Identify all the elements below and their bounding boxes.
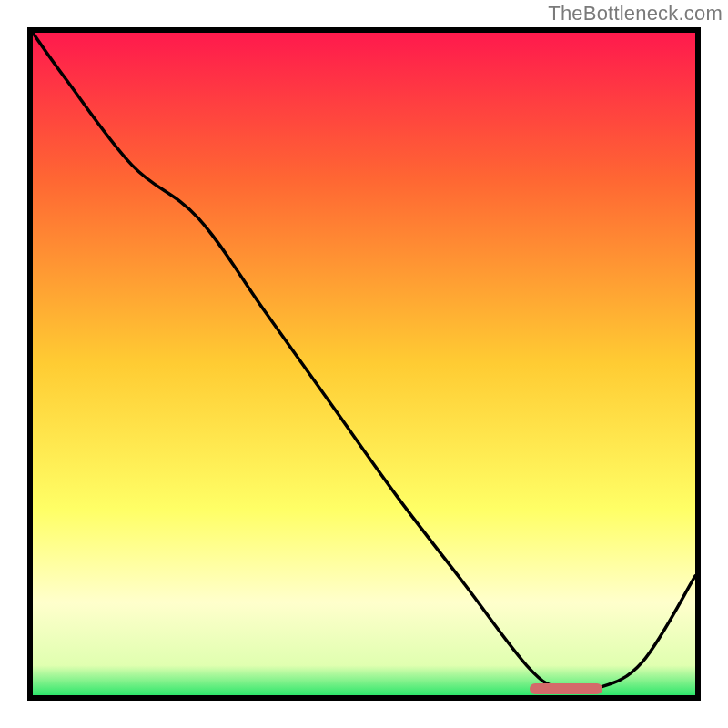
gradient-background (33, 33, 695, 695)
chart-frame: TheBottleneck.com (0, 0, 728, 728)
optimal-range-marker (530, 683, 602, 694)
attribution-text: TheBottleneck.com (548, 2, 723, 25)
plot-area (33, 33, 695, 695)
